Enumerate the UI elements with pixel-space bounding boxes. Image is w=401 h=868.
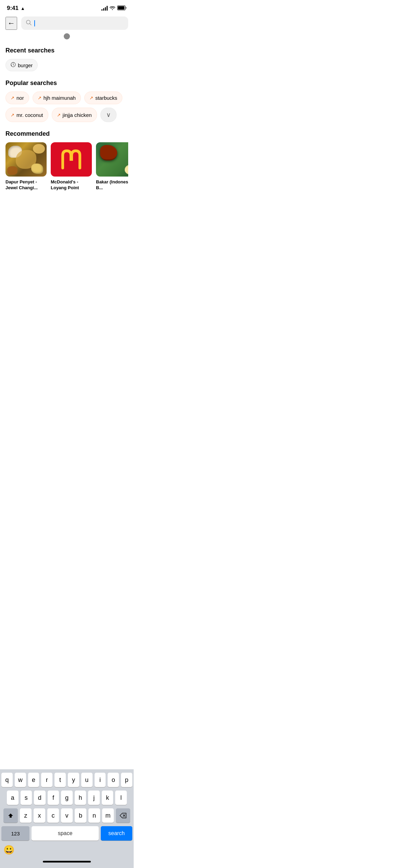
svg-rect-1 [118,6,124,10]
popular-searches-section: Popular searches ↗ nor ↗ hjh maimunah ↗ … [5,80,128,122]
popular-chip-jinjja[interactable]: ↗ jinjja chicken [52,108,97,122]
recent-chip-burger[interactable]: burger [5,59,38,71]
recent-searches-title: Recent searches [5,47,128,54]
search-cursor [34,20,35,26]
battery-icon [117,5,127,11]
popular-more-button[interactable]: ∨ [100,108,117,122]
chevron-down-icon: ∨ [106,111,111,119]
content-area: Recent searches burger Popular searches [0,41,134,191]
mcdonalds-arches-icon [59,149,83,170]
recent-chips: burger [5,59,128,71]
trending-icon: ↗ [11,95,14,100]
popular-chip-nor[interactable]: ↗ nor [5,92,29,104]
trending-icon: ↗ [38,95,41,100]
trending-icon: ↗ [57,112,61,118]
popular-chip-label: starbucks [95,95,117,101]
rec-card-img-bakar [96,142,128,177]
rec-card-name: McDonald's - Loyang Point [51,179,92,191]
location-icon: ▲ [21,6,25,11]
popular-searches-title: Popular searches [5,80,128,87]
history-icon [11,62,16,68]
search-header: ← [0,14,134,34]
popular-chip-starbucks[interactable]: ↗ starbucks [84,92,122,104]
recommended-section: Recommended Dapur Penyet - Jewel Changi.… [5,130,128,191]
rec-card-img-dapur [5,142,47,177]
rec-card-bakar[interactable]: Bakar (Indonesian B... [96,142,128,191]
recent-searches-section: Recent searches burger [5,47,128,71]
rec-card-name: Dapur Penyet - Jewel Changi... [5,179,47,191]
popular-chip-coconut[interactable]: ↗ mr. coconut [5,108,48,122]
rec-card-dapur[interactable]: Dapur Penyet - Jewel Changi... [5,142,47,191]
rec-card-mcdonalds[interactable]: McDonald's - Loyang Point [51,142,92,191]
svg-line-3 [30,24,32,25]
recent-chip-label: burger [18,62,33,68]
trending-icon: ↗ [11,112,14,118]
popular-chip-label: jinjja chicken [63,112,92,118]
trending-icon: ↗ [89,95,93,100]
wifi-icon [110,5,115,11]
recommended-cards: Dapur Penyet - Jewel Changi... McDonald'… [5,142,128,191]
drag-handle [64,33,70,39]
search-icon [26,20,32,26]
search-bar[interactable] [21,16,128,30]
signal-icon [101,6,108,11]
recommended-title: Recommended [5,130,128,137]
rec-card-img-mcdonalds [51,142,92,177]
status-icons [101,5,127,11]
rec-card-name: Bakar (Indonesian B... [96,179,128,191]
status-time: 9:41 [7,5,19,12]
status-bar: 9:41 ▲ [0,0,134,14]
back-button[interactable]: ← [5,17,17,30]
popular-chip-hjh[interactable]: ↗ hjh maimunah [33,92,81,104]
popular-chip-label: hjh maimunah [44,95,76,101]
popular-chip-label: nor [16,95,24,101]
popular-chip-label: mr. coconut [16,112,43,118]
popular-chips: ↗ nor ↗ hjh maimunah ↗ starbucks ↗ mr. c… [5,92,128,122]
